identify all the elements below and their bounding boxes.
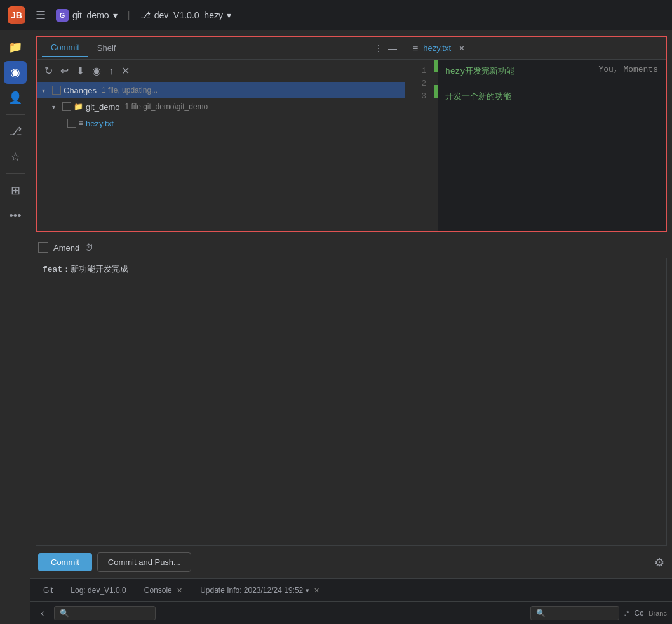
commit-message-area[interactable]: feat：新功能开发完成 bbox=[36, 258, 667, 546]
tree-row-changes[interactable]: ▾ Changes 1 file, updating... bbox=[37, 82, 405, 98]
sidebar-item-folder[interactable]: 📁 bbox=[4, 36, 27, 58]
search-input[interactable] bbox=[54, 606, 156, 620]
expand-icon: ▾ bbox=[42, 87, 50, 94]
toolbar: ↻ ↩ ⬇ ◉ ↑ ✕ bbox=[37, 60, 405, 82]
folder-tree-icon: 📁 bbox=[74, 102, 83, 111]
project-meta: 1 file git_demo\git_demo bbox=[124, 102, 208, 111]
changes-meta: 1 file, updating... bbox=[102, 86, 158, 95]
bottom-tab-git[interactable]: Git bbox=[36, 583, 60, 597]
sidebar-item-grid[interactable]: ⊞ bbox=[4, 179, 27, 202]
bottom-area: Amend ⏱ feat：新功能开发完成 Commit Commit and P… bbox=[36, 237, 667, 578]
bottom-tab-console[interactable]: Console ✕ bbox=[137, 583, 190, 597]
console-close-icon[interactable]: ✕ bbox=[177, 587, 182, 594]
commit-and-push-button[interactable]: Commit and Push... bbox=[97, 552, 191, 572]
center-panel: Commit Shelf ⋮ — ↻ ↩ ⬇ ◉ ↑ ✕ bbox=[30, 30, 672, 624]
update-dropdown-icon[interactable]: ▾ bbox=[306, 587, 309, 594]
diff-line-2 bbox=[438, 77, 591, 90]
diff-file-icon: ≡ bbox=[413, 43, 418, 53]
diff-content: 1 2 3 hezy开发完新功能 开发一个新的功能 bbox=[405, 60, 666, 231]
bottom-tab-log[interactable]: Log: dev_V1.0.0 bbox=[63, 583, 133, 597]
close-icon[interactable]: ✕ bbox=[120, 63, 131, 78]
diff-line-3: 开发一个新的功能 bbox=[438, 90, 591, 103]
diff-line-numbers: 1 2 3 bbox=[405, 60, 434, 231]
commit-button[interactable]: Commit bbox=[38, 553, 92, 571]
sidebar-item-more[interactable]: ••• bbox=[4, 204, 27, 227]
project-icon: G bbox=[56, 9, 69, 22]
changes-checkbox[interactable] bbox=[52, 86, 61, 95]
project-dropdown-icon: ▾ bbox=[113, 10, 118, 20]
branch-icon: ⎇ bbox=[140, 10, 151, 20]
search-right-input[interactable] bbox=[530, 606, 619, 620]
project-selector[interactable]: G git_demo ▾ bbox=[56, 9, 118, 22]
changes-label: Changes bbox=[64, 86, 97, 95]
bottom-tab-bar: Git Log: dev_V1.0.0 Console ✕ Update Inf… bbox=[30, 578, 672, 601]
branch-dropdown-icon: ▾ bbox=[227, 10, 231, 20]
amend-checkbox[interactable] bbox=[38, 242, 48, 253]
project-name: git_demo bbox=[72, 10, 109, 20]
sidebar-item-user[interactable]: 👤 bbox=[4, 86, 27, 109]
app-logo: JB bbox=[8, 6, 25, 24]
file-label: hezy.txt bbox=[86, 119, 114, 128]
update-close-icon[interactable]: ✕ bbox=[314, 587, 319, 594]
regex-icon[interactable]: .* bbox=[624, 609, 629, 618]
sidebar-item-branches[interactable]: ⎇ bbox=[4, 120, 27, 143]
undo-icon[interactable]: ↩ bbox=[59, 63, 70, 78]
diff-filename: hezy.txt bbox=[423, 43, 451, 53]
diff-panel: ≡ hezy.txt ✕ 1 2 3 bbox=[405, 37, 666, 231]
commit-area: Commit Shelf ⋮ — ↻ ↩ ⬇ ◉ ↑ ✕ bbox=[36, 36, 667, 232]
up-icon[interactable]: ↑ bbox=[107, 64, 115, 78]
status-bar: ‹ .* Cc Branc bbox=[30, 601, 672, 624]
branch-selector[interactable]: ⎇ dev_V1.0.0_hezy ▾ bbox=[140, 10, 231, 20]
project-expand-icon: ▾ bbox=[52, 103, 60, 110]
file-tree: ▾ Changes 1 file, updating... ▾ 📁 git_de… bbox=[37, 82, 405, 231]
tab-commit[interactable]: Commit bbox=[42, 39, 88, 57]
file-tree-icon: ≡ bbox=[79, 119, 83, 128]
diff-line-1: hezy开发完新功能 bbox=[438, 65, 591, 77]
sidebar-item-git[interactable]: ◉ bbox=[4, 61, 27, 84]
bottom-tab-update-info[interactable]: Update Info: 2023/12/24 19:52 ▾ ✕ bbox=[192, 583, 327, 597]
tree-row-file[interactable]: ≡ hezy.txt bbox=[37, 115, 405, 131]
tabs-minimize-icon[interactable]: — bbox=[386, 41, 400, 56]
refresh-icon[interactable]: ↻ bbox=[43, 63, 54, 78]
menu-icon[interactable]: ☰ bbox=[36, 8, 46, 22]
main-content: 📁 ◉ 👤 ⎇ ☆ ⊞ ••• Commit Shelf bbox=[0, 30, 672, 624]
file-checkbox[interactable] bbox=[67, 119, 76, 128]
file-panel: Commit Shelf ⋮ — ↻ ↩ ⬇ ◉ ↑ ✕ bbox=[37, 37, 405, 231]
sidebar: 📁 ◉ 👤 ⎇ ☆ ⊞ ••• bbox=[0, 30, 30, 624]
diff-close-icon[interactable]: ✕ bbox=[459, 44, 465, 53]
tabs-more-icon[interactable]: ⋮ bbox=[372, 41, 386, 56]
diff-side-text: You, Moments bbox=[591, 60, 666, 231]
amend-row: Amend ⏱ bbox=[36, 237, 667, 258]
download-icon[interactable]: ⬇ bbox=[75, 63, 86, 78]
branch-name: dev_V1.0.0_hezy bbox=[154, 10, 223, 20]
topbar: JB ☰ G git_demo ▾ | ⎇ dev_V1.0.0_hezy ▾ bbox=[0, 0, 672, 30]
commit-buttons-row: Commit Commit and Push... ⚙ bbox=[36, 546, 667, 578]
diff-header: ≡ hezy.txt ✕ bbox=[405, 37, 666, 60]
case-icon[interactable]: Cc bbox=[635, 609, 644, 618]
tree-row-project[interactable]: ▾ 📁 git_demo 1 file git_demo\git_demo bbox=[37, 98, 405, 115]
tabs-bar: Commit Shelf ⋮ — bbox=[37, 37, 405, 60]
nav-back-icon[interactable]: ‹ bbox=[36, 605, 49, 621]
amend-label: Amend bbox=[53, 243, 79, 253]
project-checkbox[interactable] bbox=[62, 102, 71, 111]
sidebar-item-star[interactable]: ☆ bbox=[4, 145, 27, 168]
project-label: git_demo bbox=[86, 102, 119, 112]
commit-settings-icon[interactable]: ⚙ bbox=[654, 555, 664, 569]
branch-label: Branc bbox=[648, 609, 667, 617]
status-right: .* Cc Branc bbox=[530, 606, 667, 620]
amend-clock-icon: ⏱ bbox=[84, 242, 93, 253]
sidebar-divider-2 bbox=[6, 173, 25, 174]
eye-icon[interactable]: ◉ bbox=[91, 63, 102, 78]
sidebar-divider bbox=[6, 114, 25, 115]
diff-lines: hezy开发完新功能 开发一个新的功能 bbox=[438, 60, 591, 231]
tab-shelf[interactable]: Shelf bbox=[88, 39, 125, 56]
commit-message-text: feat：新功能开发完成 bbox=[43, 265, 128, 274]
